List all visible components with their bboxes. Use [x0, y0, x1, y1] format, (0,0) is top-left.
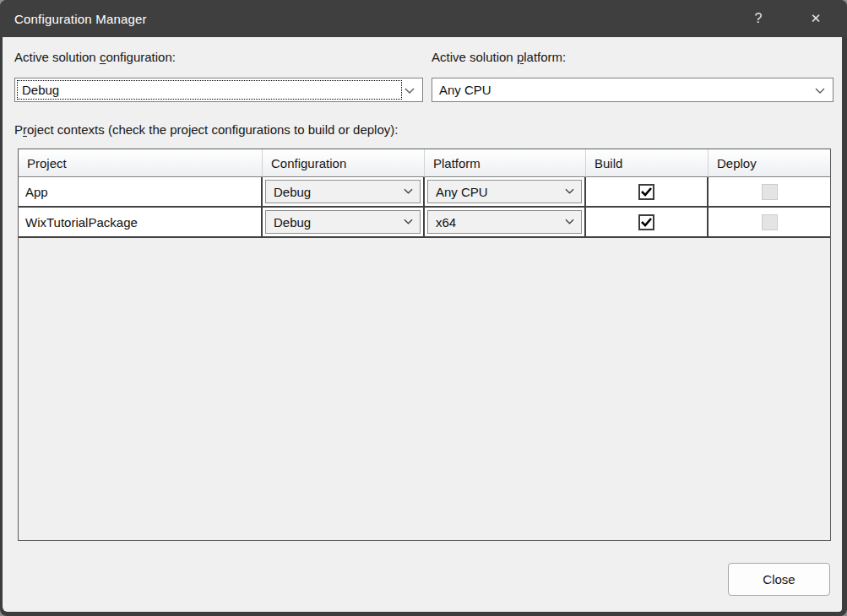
- deploy-cell: [709, 208, 830, 238]
- label-text: oject contexts (check the project config…: [27, 122, 398, 137]
- deploy-checkbox-disabled: [762, 214, 778, 230]
- help-button[interactable]: ?: [739, 0, 778, 37]
- configuration-manager-dialog: Configuration Manager ? ✕ Active solutio…: [0, 0, 847, 616]
- column-header-deploy: Deploy: [709, 149, 830, 177]
- chevron-down-icon: [404, 219, 413, 224]
- deploy-cell: [709, 177, 830, 208]
- platform-cell: x64: [425, 208, 586, 238]
- chevron-down-icon: [565, 188, 574, 194]
- column-header-project: Project: [19, 149, 263, 177]
- build-checkbox-checked[interactable]: [638, 214, 654, 230]
- combobox-value: Debug: [274, 215, 311, 230]
- configuration-cell: Debug: [263, 208, 425, 238]
- titlebar[interactable]: Configuration Manager ? ✕: [0, 0, 847, 37]
- build-checkbox-checked[interactable]: [638, 184, 654, 200]
- label-text: Active solution: [14, 50, 100, 64]
- window-title: Configuration Manager: [0, 12, 147, 26]
- column-header-configuration: Configuration: [263, 149, 425, 177]
- project-name-cell: App: [19, 177, 263, 208]
- dialog-body: Active solution configuration: Active so…: [3, 37, 842, 612]
- active-solution-platform-label: Active solution platform:: [432, 50, 566, 64]
- grid-empty-area: [19, 238, 830, 540]
- configuration-cell: Debug: [263, 177, 425, 208]
- chevron-down-icon: [815, 88, 825, 94]
- platform-cell: Any CPU: [425, 177, 586, 208]
- platform-combobox[interactable]: x64: [427, 210, 582, 234]
- label-text: latform:: [524, 50, 566, 64]
- active-solution-configuration-combobox[interactable]: Debug: [14, 78, 423, 102]
- chevron-down-icon: [404, 188, 413, 194]
- configuration-combobox[interactable]: Debug: [265, 180, 421, 203]
- close-icon: ✕: [811, 11, 822, 26]
- active-solution-platform-combobox[interactable]: Any CPU: [432, 78, 833, 102]
- combobox-value: Debug: [274, 185, 311, 199]
- combobox-value: x64: [436, 215, 456, 230]
- deploy-checkbox-disabled: [762, 184, 778, 200]
- project-contexts-label: Project contexts (check the project conf…: [14, 122, 398, 137]
- combobox-value: Any CPU: [436, 185, 488, 199]
- label-mnemonic: p: [517, 50, 524, 64]
- label-text: P: [14, 122, 23, 137]
- chevron-down-icon: [565, 219, 574, 224]
- project-name-cell: WixTutorialPackage: [19, 208, 263, 238]
- focus-rectangle: [17, 80, 402, 100]
- window-close-button[interactable]: ✕: [796, 0, 835, 37]
- platform-combobox[interactable]: Any CPU: [427, 180, 582, 203]
- check-icon: [641, 187, 652, 197]
- active-solution-configuration-label: Active solution configuration:: [14, 50, 176, 64]
- build-cell: [586, 208, 709, 238]
- column-header-platform: Platform: [425, 149, 586, 177]
- chevron-down-icon: [404, 88, 415, 94]
- check-icon: [641, 218, 652, 227]
- combobox-value: Any CPU: [439, 83, 491, 97]
- help-icon: ?: [755, 11, 763, 26]
- configuration-combobox[interactable]: Debug: [265, 210, 421, 234]
- label-text: onfiguration:: [106, 50, 176, 64]
- close-button[interactable]: Close: [728, 563, 830, 596]
- column-header-build: Build: [586, 149, 709, 177]
- label-text: Active solution: [432, 50, 517, 64]
- build-cell: [586, 177, 709, 208]
- project-contexts-grid: Project Configuration Platform Build Dep…: [18, 149, 831, 541]
